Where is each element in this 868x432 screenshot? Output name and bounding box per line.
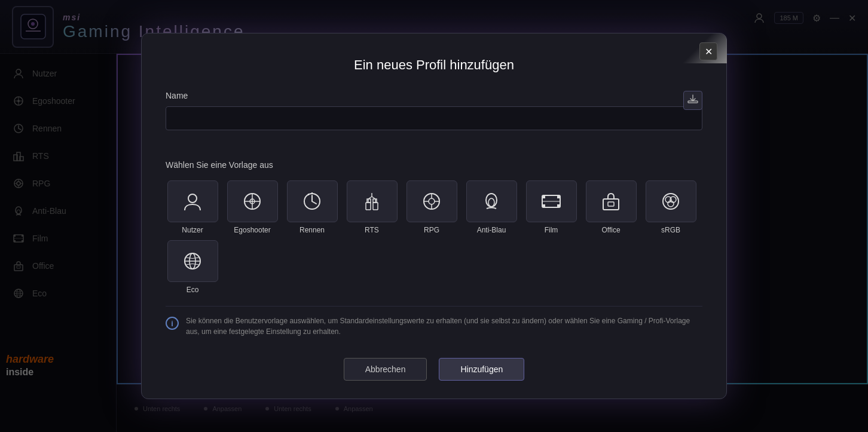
info-section: i Sie können die Benutzervorlage auswähl… (166, 306, 702, 346)
template-antiblau[interactable]: Anti-Blau (464, 180, 518, 234)
modal-overlay: ✕ Ein neues Profil hinzufügen Name Wähle… (0, 0, 868, 432)
import-icon (687, 94, 698, 107)
template-eco[interactable]: Eco (166, 240, 219, 294)
svg-point-31 (188, 194, 197, 203)
template-nutzer-label: Nutzer (182, 226, 203, 234)
template-rpg[interactable]: RPG (405, 180, 459, 234)
template-rennen-icon-box[interactable] (287, 180, 338, 222)
template-rpg-label: RPG (424, 226, 439, 234)
template-nutzer[interactable]: Nutzer (166, 180, 219, 234)
svg-point-44 (488, 198, 494, 207)
template-rpg-icon-box[interactable] (407, 180, 457, 222)
dialog-footer: Abbrechen Hinzufügen (166, 358, 702, 381)
svg-point-43 (486, 194, 497, 207)
svg-rect-48 (542, 204, 545, 207)
svg-rect-39 (367, 199, 371, 203)
add-profile-dialog: ✕ Ein neues Profil hinzufügen Name Wähle… (141, 33, 727, 399)
template-office-label: Office (601, 226, 620, 234)
dialog-close-button[interactable]: ✕ (699, 42, 717, 60)
template-egoshooter[interactable]: Egoshooter (225, 180, 279, 234)
svg-rect-49 (557, 204, 560, 207)
import-button[interactable] (683, 91, 702, 110)
template-srgb[interactable]: sRGB (644, 180, 698, 234)
svg-point-42 (429, 198, 435, 204)
template-rts[interactable]: RTS (345, 180, 399, 234)
cancel-button[interactable]: Abbrechen (344, 358, 427, 381)
svg-rect-46 (542, 195, 545, 198)
template-film-icon-box[interactable] (526, 180, 577, 222)
template-office-icon-box[interactable] (586, 180, 637, 222)
template-grid: Nutzer Egoshooter (166, 180, 702, 294)
svg-rect-40 (373, 199, 377, 203)
name-label: Name (166, 91, 702, 100)
template-egoshooter-icon-box[interactable] (227, 180, 278, 222)
template-film-label: Film (545, 226, 558, 234)
add-button[interactable]: Hinzufügen (439, 358, 524, 381)
template-antiblau-icon-box[interactable] (466, 180, 517, 222)
svg-rect-52 (608, 202, 614, 206)
close-icon: ✕ (705, 46, 713, 57)
svg-rect-51 (603, 199, 619, 210)
svg-rect-47 (557, 195, 560, 198)
dialog-title: Ein neues Profil hinzufügen (166, 57, 702, 73)
template-egoshooter-label: Egoshooter (234, 226, 270, 234)
template-label: Wählen Sie eine Vorlage aus (166, 160, 702, 170)
template-nutzer-icon-box[interactable] (167, 180, 218, 222)
template-rts-label: RTS (365, 226, 379, 234)
info-icon: i (166, 317, 179, 330)
info-text: Sie können die Benutzervorlage auswählen… (186, 315, 702, 337)
template-office[interactable]: Office (584, 180, 638, 234)
template-rennen-label: Rennen (299, 226, 325, 234)
template-srgb-label: sRGB (661, 226, 680, 234)
template-rennen[interactable]: Rennen (285, 180, 339, 234)
template-rts-icon-box[interactable] (347, 180, 398, 222)
template-eco-label: Eco (187, 286, 199, 294)
template-eco-icon-box[interactable] (167, 240, 218, 282)
name-input[interactable] (166, 106, 702, 130)
template-film[interactable]: Film (524, 180, 578, 234)
template-antiblau-label: Anti-Blau (477, 226, 506, 234)
template-srgb-icon-box[interactable] (646, 180, 696, 222)
